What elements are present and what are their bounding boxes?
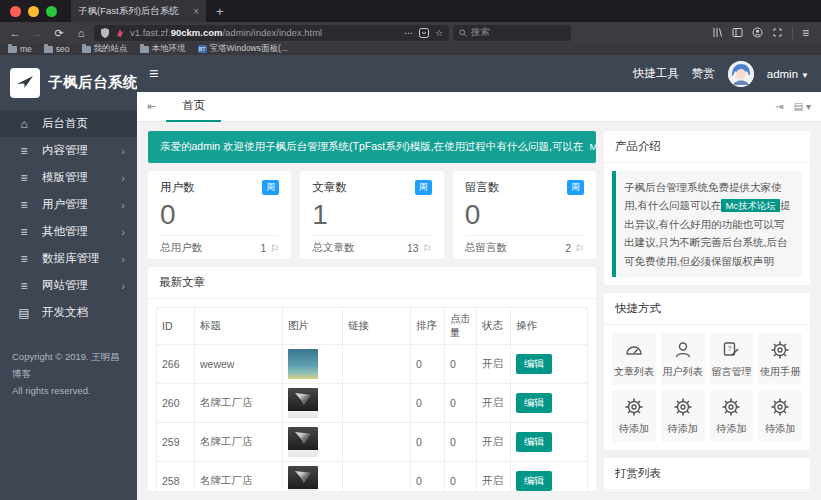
- user-avatar[interactable]: [728, 61, 754, 87]
- message-edit-icon: ?: [721, 340, 741, 360]
- welcome-banner: 亲爱的admin 欢迎使用子枫后台管理系统(TpFast系列)模版,在使用过程中…: [148, 131, 596, 163]
- donate-link[interactable]: 赞赏: [692, 66, 715, 81]
- bookmark-star-icon[interactable]: ☆: [435, 28, 443, 38]
- forum-link[interactable]: Mc技术论坛: [586, 141, 596, 152]
- user-menu[interactable]: admin▼: [767, 68, 809, 80]
- close-window-button[interactable]: [10, 6, 21, 17]
- scroll-tabs-left-icon[interactable]: ⇤: [137, 100, 166, 113]
- list-icon: ≡: [17, 252, 31, 266]
- collapse-menu-icon[interactable]: ≡: [149, 65, 158, 83]
- screenshot-icon[interactable]: [772, 27, 783, 38]
- library-icon[interactable]: [712, 27, 723, 38]
- quick-tools-link[interactable]: 快捷工具: [633, 66, 679, 81]
- list-icon: ≡: [17, 225, 31, 239]
- tabs-menu-icon[interactable]: ▤ ▾: [794, 101, 811, 112]
- pocket-icon[interactable]: [419, 28, 429, 38]
- list-icon: ≡: [17, 171, 31, 185]
- sidebar-item-home[interactable]: ⌂ 后台首页: [0, 110, 137, 137]
- folder-icon: [82, 46, 91, 53]
- tab-close-icon[interactable]: ×: [193, 6, 199, 17]
- stat-value: 0: [465, 200, 584, 231]
- app-logo[interactable]: 子枫后台系统: [0, 55, 137, 110]
- donation-panel: 打赏列表 ↻ 用户名: [604, 458, 810, 491]
- folder-icon: [44, 46, 53, 53]
- panel-title: 产品介绍: [604, 131, 810, 163]
- new-tab-button[interactable]: +: [206, 4, 234, 19]
- zoom-window-button[interactable]: [46, 6, 57, 17]
- url-bar[interactable]: v1.fast.zf.90ckm.com/admin/index/index.h…: [94, 25, 449, 41]
- shortcut-placeholder[interactable]: 待添加: [758, 390, 802, 442]
- forward-icon[interactable]: →: [28, 24, 46, 42]
- table-row: 266 wewew 0 0 开启 编辑: [157, 345, 588, 384]
- edit-button[interactable]: 编辑: [516, 354, 552, 374]
- flag-icon: ⚐: [423, 243, 432, 254]
- sidebar-item-template[interactable]: ≡ 模版管理 ›: [0, 164, 137, 191]
- table-row: 260 名牌工厂店 0 0 开启 编辑: [157, 384, 588, 423]
- bookmarks-bar: me seo 我的站点 本地环境 BT宝塔Windows面板(...: [0, 43, 821, 55]
- shortcut-placeholder[interactable]: 待添加: [612, 390, 656, 442]
- shortcut-user-list[interactable]: 用户列表: [661, 333, 705, 385]
- home-icon: ⌂: [17, 117, 31, 131]
- table-row: 258 名牌工厂店 0 0 开启 编辑: [157, 462, 588, 492]
- bookmark-item[interactable]: 我的站点: [82, 43, 128, 55]
- edit-button[interactable]: 编辑: [516, 471, 552, 491]
- sidebar-item-website[interactable]: ≡ 网站管理 ›: [0, 272, 137, 299]
- app-menu-icon[interactable]: ≡: [802, 26, 809, 40]
- paper-plane-icon: [10, 68, 40, 98]
- tab-home[interactable]: 首页: [166, 92, 221, 122]
- panel-title: 最新文章: [148, 267, 596, 299]
- edit-button[interactable]: 编辑: [516, 393, 552, 413]
- home-icon[interactable]: ⌂: [72, 24, 90, 42]
- edit-button[interactable]: 编辑: [516, 432, 552, 452]
- app-title: 子枫后台系统: [48, 73, 137, 92]
- bookmark-item-baota[interactable]: BT宝塔Windows面板(...: [198, 43, 288, 55]
- back-icon[interactable]: ←: [6, 24, 24, 42]
- article-thumbnail: [288, 388, 318, 418]
- sidebar-item-other[interactable]: ≡ 其他管理 ›: [0, 218, 137, 245]
- week-badge: 周: [415, 180, 432, 195]
- list-icon: ≡: [17, 144, 31, 158]
- reload-icon[interactable]: ⟳: [50, 24, 68, 42]
- browser-search-box[interactable]: 搜索: [453, 25, 571, 41]
- chevron-down-icon: ▼: [801, 71, 809, 80]
- bookmark-item[interactable]: me: [8, 44, 32, 54]
- scroll-tabs-right-icon[interactable]: ⇥: [775, 101, 783, 112]
- shortcut-placeholder[interactable]: 待添加: [661, 390, 705, 442]
- flag-icon: ⚐: [270, 243, 279, 254]
- browser-titlebar: 子枫(Fast系列)后台系统 × +: [0, 0, 821, 22]
- latest-articles-panel: 最新文章 ID 标题 图片 链接 排序 点击量: [148, 267, 596, 491]
- chevron-right-icon: ›: [121, 280, 125, 292]
- window-controls[interactable]: [0, 6, 71, 17]
- gear-icon: [673, 397, 693, 417]
- minimize-window-button[interactable]: [28, 6, 39, 17]
- bookmark-item[interactable]: seo: [44, 44, 70, 54]
- shortcut-message-manage[interactable]: ? 留言管理: [710, 333, 754, 385]
- sidebar-item-content[interactable]: ≡ 内容管理 ›: [0, 137, 137, 164]
- bookmark-item[interactable]: 本地环境: [140, 43, 186, 55]
- shortcut-manual[interactable]: 使用手册: [758, 333, 802, 385]
- gear-icon: [721, 397, 741, 417]
- bt-favicon: BT: [198, 45, 207, 53]
- chevron-right-icon: ›: [121, 145, 125, 157]
- table-row: 259 名牌工厂店 0 0 开启 编辑: [157, 423, 588, 462]
- page-actions-icon[interactable]: ⋯: [404, 28, 413, 38]
- articles-table: ID 标题 图片 链接 排序 点击量 状态 操作: [156, 307, 588, 491]
- product-intro-quote: 子枫后台管理系统免费提供大家使用,有什么问题可以在Mc技术论坛提出异议,有什么好…: [612, 171, 802, 277]
- sidebar-item-users[interactable]: ≡ 用户管理 ›: [0, 191, 137, 218]
- url-text: v1.fast.zf.90ckm.com/admin/index/index.h…: [130, 27, 399, 38]
- shortcut-placeholder[interactable]: 待添加: [710, 390, 754, 442]
- sidebar-item-docs[interactable]: ▤ 开发文档: [0, 299, 137, 326]
- shortcut-article-list[interactable]: 文章列表: [612, 333, 656, 385]
- copyright: Copyright © 2019. 王明昌博客 All rights reser…: [0, 348, 137, 399]
- forum-link[interactable]: Mc技术论坛: [721, 199, 780, 212]
- browser-navbar: ← → ⟳ ⌂ v1.fast.zf.90ckm.com/admin/index…: [0, 22, 821, 43]
- stat-card-messages: 留言数周 0 总留言数2⚐: [453, 171, 596, 259]
- svg-text:?: ?: [728, 345, 732, 352]
- account-icon[interactable]: [752, 27, 763, 38]
- list-icon: ≡: [17, 279, 31, 293]
- folder-icon: [8, 46, 17, 53]
- browser-tab[interactable]: 子枫(Fast系列)后台系统 ×: [71, 0, 206, 22]
- article-thumbnail: [288, 349, 318, 379]
- sidebar-item-database[interactable]: ≡ 数据库管理 ›: [0, 245, 137, 272]
- sidebars-icon[interactable]: [732, 27, 743, 38]
